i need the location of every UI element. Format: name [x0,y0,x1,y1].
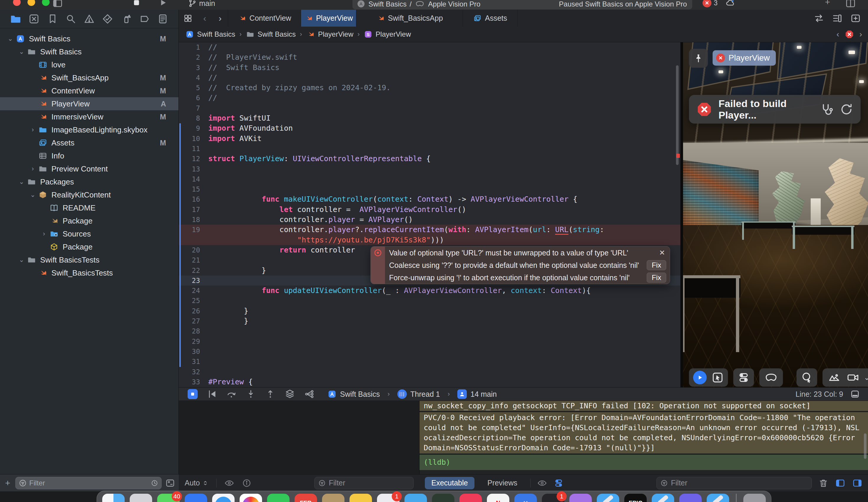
dock-app-camera-app[interactable]: 1 [542,494,564,502]
code-line-9[interactable]: 9import AVFoundation [179,123,680,133]
next-issue-icon[interactable]: › [859,30,862,39]
debug-navigator-icon[interactable] [121,13,132,24]
dock-app-epic[interactable]: EPIC [624,494,647,502]
code-line-25[interactable]: 25 [179,295,680,306]
dock-app-finder[interactable] [102,494,125,502]
sidebar-item-swift-basicsapp[interactable]: Swift_BasicsAppM [0,71,178,84]
code-line-4[interactable]: 4// [179,73,680,83]
step-out-icon[interactable] [265,389,276,399]
dock-app-photos[interactable] [240,494,262,502]
code-line-11[interactable]: 11 [179,144,680,154]
source-control-branch[interactable]: main [188,0,215,8]
issue-indicator-icon[interactable] [845,30,854,39]
dock-app-facetime[interactable] [267,494,290,502]
source-control-navigator-icon[interactable] [28,13,40,24]
console-settings-icon[interactable] [554,478,564,488]
previous-issue-icon[interactable]: ‹ [836,30,839,39]
related-items-icon[interactable] [814,13,824,24]
go-forward-button[interactable]: › [213,10,228,27]
dock-app-trash[interactable] [743,494,766,502]
console-tab-executable[interactable]: Executable [425,477,475,489]
editor-adjust-icon[interactable] [850,389,860,399]
pin-preview-button[interactable] [689,49,708,68]
close-window-button[interactable] [13,0,21,6]
clear-console-icon[interactable] [818,478,828,488]
sidebar-item-imagebasedlighting-skybox[interactable]: ›ImageBasedLighting.skybox [0,123,178,136]
close-popup-icon[interactable]: ✕ [659,249,665,257]
dock-app-mail[interactable] [185,494,207,502]
code-line-14[interactable]: 14 [179,174,680,184]
dock-app-files[interactable] [404,494,427,502]
dock-app-safari[interactable] [212,494,235,502]
breadcrumb-item-playerview-3[interactable]: SPlayerView [364,30,411,38]
run-button[interactable] [158,0,168,8]
sidebar-item-swift-basics[interactable]: ⌄Swift BasicsM [0,32,178,45]
code-line-17[interactable]: 17 let controller = AVPlayerViewControll… [179,204,680,215]
tab-contentview[interactable]: ContentView [228,10,301,27]
code-line-32[interactable]: 32 [179,367,680,377]
go-back-button[interactable]: ‹ [197,10,213,27]
dock-app-app-darkgreen[interactable] [432,494,454,502]
sidebar-item-immersiveview[interactable]: ImmersiveViewM [0,110,178,123]
dock-app-folder-tan[interactable] [322,494,344,502]
pointer-icon[interactable] [800,371,813,384]
minimize-window-button[interactable] [28,0,35,6]
variable-info-icon[interactable] [242,478,251,488]
vision-pro-icon[interactable] [763,371,779,384]
sidebar-item-preview-content[interactable]: ›Preview Content [0,162,178,175]
editor-canvas-divider[interactable] [680,42,683,387]
toggle-navigator-icon[interactable] [52,0,63,9]
sidebar-item-sources[interactable]: ›Sources [0,227,178,240]
issues-indicator[interactable]: ✕ 3 [703,0,736,8]
dock-app-xcode[interactable] [597,494,619,502]
tab-playerview[interactable]: PlayerView [301,10,356,27]
preview-target-chip[interactable]: ✕ PlayerView [713,50,776,66]
camera-angle-icon[interactable] [847,371,859,384]
dock-app-music[interactable] [459,494,482,502]
code-line-18[interactable]: 18 controller.player = AVPlayer() [179,215,680,225]
environment-icon[interactable] [827,371,842,384]
code-line-7[interactable]: 7 [179,103,680,113]
breadcrumb-item-swift-basics-0[interactable]: Swift Basics [185,30,235,38]
code-line-3[interactable]: 3// Swift Basics [179,63,680,73]
scheme-destination[interactable]: Apple Vision Pro [428,0,480,8]
sidebar-item-package[interactable]: Package [0,214,178,227]
console-filter-field[interactable]: Filter [657,477,812,489]
variables-filter-field[interactable]: Filter [314,477,414,489]
quicklook-icon[interactable] [224,478,234,488]
code-line-24[interactable]: 24 func updateUIViewController(_ : AVPla… [179,285,680,295]
dock-app-notes[interactable] [350,494,372,502]
code-line-8[interactable]: 8import SwiftUI [179,113,680,123]
add-editor-icon[interactable] [850,13,861,24]
editor-layout-icon[interactable] [845,0,856,9]
recent-files-icon[interactable] [151,479,158,487]
disclosure-icon[interactable]: ⌄ [17,48,27,56]
sidebar-item-love[interactable]: love [0,58,178,71]
stop-button[interactable] [132,0,142,8]
add-file-icon[interactable]: + [3,479,12,487]
variables-scope-dropdown[interactable]: Auto [185,479,209,487]
code-line-26[interactable]: 26 } [179,306,680,316]
editor-options-icon[interactable] [832,13,843,24]
dock-app-settings[interactable]: 1 [377,494,400,502]
code-line-1[interactable]: 1// [179,42,680,52]
code-line-28[interactable]: 28 [179,326,680,336]
disclosure-icon[interactable]: › [39,230,49,238]
dock-app-messages[interactable]: 40 [157,494,179,502]
code-line-31[interactable]: 31 [179,357,680,367]
fix-button[interactable]: Fix [647,273,666,283]
sidebar-item-swift-basicstests[interactable]: Swift_BasicsTests [0,267,178,279]
code-line-wrap[interactable]: "https://youtu.be/pjD7Ki5s3k8"))) [179,235,680,245]
dock-app-xcode-3[interactable] [707,494,729,502]
tab-assets[interactable]: Assets [463,10,518,27]
tab-swift-basicsapp[interactable]: Swift_BasicsApp [356,10,463,27]
retry-build-icon[interactable] [839,102,854,117]
dock-app-app-purple[interactable] [569,494,592,502]
console-tab-previews[interactable]: Previews [481,477,524,489]
source-editor[interactable]: 1//2// PlayerView.swift3// Swift Basics4… [179,42,680,387]
tests-navigator-icon[interactable] [102,13,113,24]
tab-overview-button[interactable] [179,10,197,27]
navigator-filter-field[interactable]: Filter [16,477,162,489]
code-line-13[interactable]: 13 [179,164,680,174]
add-toolbar-icon[interactable]: + [823,0,832,7]
